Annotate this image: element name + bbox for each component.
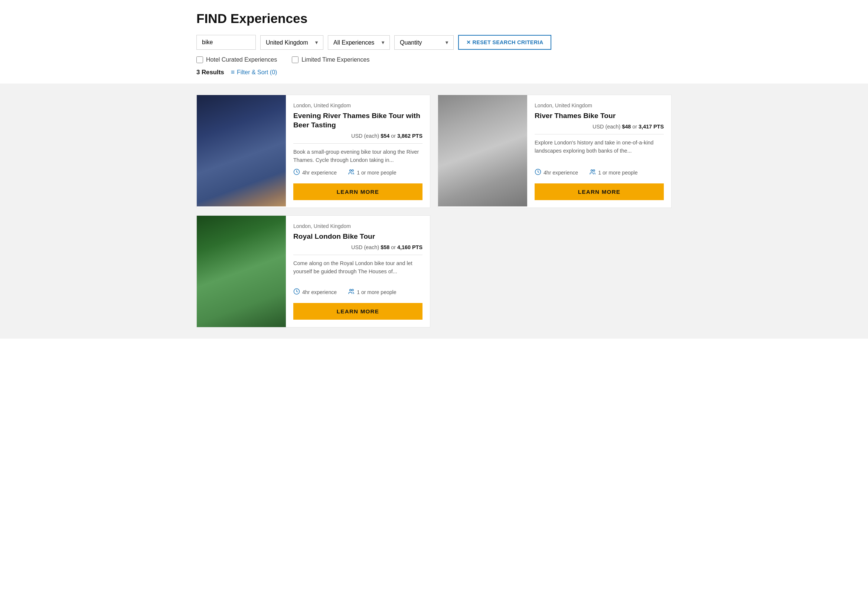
card-duration-1: 4hr experience (293, 168, 337, 177)
card-title-1: Evening River Thames Bike Tour with Beer… (293, 111, 423, 130)
results-row: 3 Results ≡ Filter & Sort (0) (196, 68, 672, 76)
card-group-1: 1 or more people (348, 168, 396, 177)
card-meta-1: 4hr experience 1 or (293, 168, 423, 177)
experience-card-1: London, United Kingdom Evening River Tha… (196, 95, 430, 208)
quantity-select[interactable]: Quantity 1 2 3 4 5+ (394, 35, 454, 50)
search-bar: United Kingdom All Countries United Stat… (196, 35, 672, 50)
price-or-2: or (632, 124, 637, 130)
card-price-1: USD (each) $54 or 3,862 PTS (293, 133, 423, 139)
price-amount-2: $48 (622, 124, 631, 130)
card-description-2: Explore London's history and take in one… (535, 139, 664, 164)
price-text-1: USD (each) (351, 133, 379, 139)
card-location-1: London, United Kingdom (293, 103, 423, 108)
country-select[interactable]: United Kingdom All Countries United Stat… (260, 35, 323, 50)
card-location-2: London, United Kingdom (535, 103, 664, 108)
reset-search-button[interactable]: ✕ RESET SEARCH CRITERIA (458, 35, 551, 50)
filter-checkboxes: Hotel Curated Experiences Limited Time E… (196, 56, 672, 63)
duration-text-1: 4hr experience (302, 170, 337, 176)
duration-text-3: 4hr experience (302, 289, 337, 295)
card-location-3: London, United Kingdom (293, 223, 423, 229)
cards-grid: London, United Kingdom Evening River Tha… (196, 95, 672, 327)
results-area: London, United Kingdom Evening River Tha… (0, 83, 868, 339)
price-text-3: USD (each) (351, 244, 379, 250)
filter-sort-label: Filter & Sort (0) (237, 69, 277, 76)
price-or-1: or (391, 133, 396, 139)
filter-sort-button[interactable]: ≡ Filter & Sort (0) (231, 68, 277, 76)
card-duration-3: 4hr experience (293, 288, 337, 296)
filter-icon: ≡ (231, 68, 235, 76)
card-content-1: London, United Kingdom Evening River Tha… (286, 95, 430, 208)
limited-time-text: Limited Time Experiences (301, 56, 370, 63)
experience-select[interactable]: All Experiences Adventure Cultural Food … (328, 35, 390, 50)
card-meta-2: 4hr experience 1 or (535, 168, 664, 177)
page-title: FIND Experiences (196, 11, 672, 26)
card-image-1 (197, 95, 286, 206)
clock-icon-1 (293, 168, 300, 177)
price-pts-3: 4,160 PTS (397, 244, 423, 250)
hotel-curated-label[interactable]: Hotel Curated Experiences (196, 56, 277, 63)
card-content-2: London, United Kingdom River Thames Bike… (527, 95, 671, 208)
experience-card-3: London, United Kingdom Royal London Bike… (196, 215, 430, 327)
card-title-3: Royal London Bike Tour (293, 232, 423, 241)
group-text-1: 1 or more people (357, 170, 396, 176)
card-divider-1 (293, 143, 423, 144)
card-image-2 (438, 95, 527, 206)
clock-icon-2 (535, 168, 541, 177)
limited-time-checkbox[interactable] (292, 56, 298, 63)
clock-icon-3 (293, 288, 300, 296)
svg-point-4 (591, 170, 593, 171)
people-icon-1 (348, 168, 354, 177)
card-meta-3: 4hr experience 1 or (293, 288, 423, 296)
card-image-3 (197, 216, 286, 327)
quantity-select-wrapper: Quantity 1 2 3 4 5+ ▼ (394, 35, 454, 50)
group-text-3: 1 or more people (357, 289, 396, 295)
experience-card-2: London, United Kingdom River Thames Bike… (438, 95, 672, 208)
svg-point-5 (593, 170, 595, 171)
hotel-curated-text: Hotel Curated Experiences (206, 56, 277, 63)
limited-time-label[interactable]: Limited Time Experiences (292, 56, 370, 63)
svg-point-7 (350, 289, 351, 291)
svg-point-8 (352, 289, 354, 291)
price-pts-2: 3,417 PTS (639, 124, 664, 130)
people-icon-2 (589, 168, 596, 177)
card-price-3: USD (each) $58 or 4,160 PTS (293, 244, 423, 250)
svg-point-2 (352, 170, 354, 171)
card-group-2: 1 or more people (589, 168, 638, 177)
hotel-curated-checkbox[interactable] (196, 56, 203, 63)
card-price-2: USD (each) $48 or 3,417 PTS (535, 124, 664, 130)
people-icon-3 (348, 288, 354, 296)
card-group-3: 1 or more people (348, 288, 396, 296)
experience-select-wrapper: All Experiences Adventure Cultural Food … (328, 35, 390, 50)
svg-point-1 (350, 170, 351, 171)
group-text-2: 1 or more people (598, 170, 638, 176)
search-input[interactable] (196, 35, 256, 50)
learn-more-button-2[interactable]: LEARN MORE (535, 183, 664, 200)
card-title-2: River Thames Bike Tour (535, 111, 664, 121)
results-count: 3 Results (196, 69, 224, 76)
price-amount-3: $58 (380, 244, 389, 250)
duration-text-2: 4hr experience (544, 170, 578, 176)
price-amount-1: $54 (380, 133, 389, 139)
price-pts-1: 3,862 PTS (397, 133, 423, 139)
card-content-3: London, United Kingdom Royal London Bike… (286, 216, 430, 327)
learn-more-button-3[interactable]: LEARN MORE (293, 303, 423, 320)
card-description-1: Book a small-group evening bike tour alo… (293, 148, 423, 164)
learn-more-button-1[interactable]: LEARN MORE (293, 183, 423, 200)
country-select-wrapper: United Kingdom All Countries United Stat… (260, 35, 323, 50)
card-description-3: Come along on the Royal London bike tour… (293, 259, 423, 284)
price-text-2: USD (each) (592, 124, 620, 130)
price-or-3: or (391, 244, 396, 250)
card-divider-2 (535, 134, 664, 135)
card-duration-2: 4hr experience (535, 168, 578, 177)
